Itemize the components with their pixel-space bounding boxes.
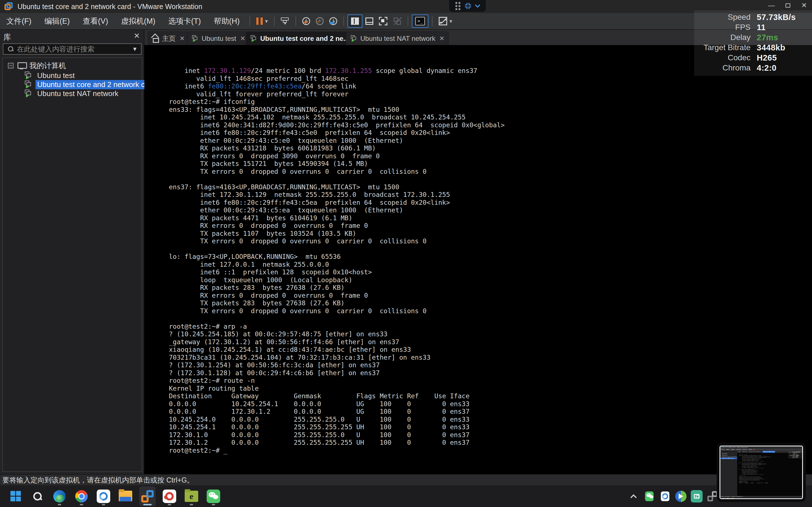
blue-swirl-icon	[661, 491, 669, 501]
chrome-icon	[75, 490, 88, 503]
stat-label-fps: FPS	[694, 23, 751, 32]
status-message: 要将输入定向到该虚拟机，请在虚拟机内部单击或按 Ctrl+G。	[2, 475, 194, 485]
toolbar-separator	[250, 16, 250, 26]
pip-pause-icon	[754, 449, 755, 450]
library-search-input[interactable]: 在此处键入内容进行搜索 ▼	[3, 43, 142, 55]
tab-label: 主页	[162, 34, 175, 43]
taskbar-file-explorer[interactable]	[117, 487, 134, 506]
tree-expander-icon[interactable]: −	[8, 63, 13, 68]
library-panes-icon	[351, 17, 359, 25]
pip-preview-window[interactable]: Ubuntu test NAT network - VMware Worksta…	[717, 443, 806, 502]
vm-tree: − 我的计算机 Ubuntu test Ubuntu test core and…	[2, 57, 142, 472]
stream-stats-overlay: Speed57.73kB/s FPS11 Delay27ms Target Bi…	[694, 10, 812, 76]
pause-vm-button[interactable]: ▾	[253, 14, 271, 28]
take-snapshot-button[interactable]	[299, 14, 313, 28]
vm-console-screen[interactable]: inet 172.30.1.129/24 metric 100 brd 172.…	[144, 45, 812, 474]
menu-tabs[interactable]: 选项卡(T)	[162, 13, 207, 29]
toolbar-separator	[408, 16, 408, 26]
chevron-up-icon	[630, 494, 637, 501]
search-dropdown-icon[interactable]: ▼	[132, 46, 138, 52]
tray-expand-button[interactable]	[627, 490, 640, 502]
minimize-button[interactable]: —	[765, 1, 777, 10]
tray-wechat[interactable]	[644, 490, 655, 502]
taskbar-green-folder-app[interactable]: e	[183, 487, 200, 506]
window-title: Ubuntu test core and 2 network card - VM…	[17, 3, 202, 11]
close-button[interactable]: ✕	[798, 1, 810, 10]
taskbar-chrome[interactable]	[73, 487, 90, 506]
taskbar-red-shell-app[interactable]	[161, 487, 177, 506]
ctrl-alt-del-icon	[281, 17, 289, 25]
vm-icon	[25, 90, 33, 98]
pip-stats-overlay: Speed57.73kB/s FPS11 Delay27ms Target Bi…	[788, 451, 802, 459]
chevron-down-icon[interactable]	[475, 2, 480, 8]
send-ctrl-alt-del-button[interactable]	[278, 14, 292, 28]
tab-ubuntu-test[interactable]: Ubuntu test ✕	[187, 32, 250, 45]
show-thumbnail-bar-toggle[interactable]	[363, 14, 376, 28]
menu-help[interactable]: 帮助(H)	[207, 13, 246, 29]
computer-icon	[17, 62, 26, 69]
toolbar-separator	[296, 16, 296, 26]
manage-snapshots-button[interactable]	[326, 14, 340, 28]
menu-file[interactable]: 文件(F)	[0, 13, 38, 29]
start-button[interactable]	[7, 487, 24, 506]
toolbar-separator	[343, 16, 344, 26]
console-view-toggle[interactable]: >_	[412, 14, 428, 28]
drag-handle-icon[interactable]	[455, 2, 460, 10]
stat-label-bitrate: Target Bitrate	[694, 43, 751, 52]
tab-ubuntu-test-nat[interactable]: Ubuntu test NAT network ✕	[346, 32, 449, 45]
sidebar-item-ubuntu-test-core-2nic[interactable]: Ubuntu test core and 2 network card	[3, 80, 142, 89]
vmware-tray-icon	[707, 491, 718, 501]
tray-download-manager[interactable]	[675, 490, 687, 502]
menu-view[interactable]: 查看(V)	[76, 13, 114, 29]
library-title: 库	[3, 32, 11, 42]
tray-capture-app[interactable]	[691, 490, 703, 502]
taskbar-wechat[interactable]	[205, 487, 221, 506]
vm-icon	[25, 71, 33, 79]
unity-mode-button[interactable]	[390, 14, 404, 28]
red-shell-icon	[163, 490, 176, 503]
stat-label-delay: Delay	[694, 33, 751, 42]
download-manager-icon	[675, 491, 687, 502]
menu-edit[interactable]: 编辑(E)	[38, 13, 76, 29]
tab-close-icon[interactable]: ✕	[240, 35, 245, 42]
maximize-button[interactable]	[781, 1, 794, 10]
taskbar-vmware-active[interactable]	[139, 487, 156, 506]
tab-close-icon[interactable]: ✕	[439, 35, 444, 42]
fit-guest-button[interactable]: ▾	[436, 14, 455, 28]
sidebar-item-ubuntu-test-nat[interactable]: Ubuntu test NAT network	[3, 89, 142, 98]
tab-close-icon[interactable]: ✕	[180, 35, 185, 42]
wechat-icon	[645, 491, 654, 501]
terminal-output[interactable]: inet 172.30.1.129/24 metric 100 brd 172.…	[169, 67, 505, 454]
remote-control-pill[interactable]	[449, 0, 486, 12]
vm-label: Ubuntu test NAT network	[36, 89, 120, 98]
window-titlebar[interactable]: Ubuntu test core and 2 network card - VM…	[0, 0, 812, 13]
library-close-icon[interactable]: ✕	[134, 32, 140, 40]
taskbar-search-button[interactable]	[29, 487, 46, 506]
taskbar-browser-360[interactable]	[95, 487, 112, 506]
vmware-logo-icon	[4, 2, 13, 11]
stat-value-bitrate: 3448kb	[757, 43, 785, 52]
taskbar-edge[interactable]	[51, 487, 68, 506]
tab-home[interactable]: 主页 ✕	[148, 32, 189, 45]
fullscreen-button[interactable]	[376, 14, 390, 28]
snapshot-icon	[302, 17, 310, 25]
sidebar-item-ubuntu-test[interactable]: Ubuntu test	[3, 71, 142, 80]
tab-ubuntu-test-core-2nic[interactable]: Ubuntu test core and 2 ne... ✕	[246, 32, 362, 45]
home-icon	[152, 35, 159, 42]
thumbnail-bar-icon	[365, 17, 373, 25]
menu-vm[interactable]: 虚拟机(M)	[114, 13, 161, 29]
show-library-toggle[interactable]	[347, 14, 363, 28]
stat-label-speed: Speed	[694, 13, 751, 22]
capture-app-icon	[691, 490, 703, 503]
tab-label: Ubuntu test	[202, 35, 236, 43]
windows-start-icon	[10, 491, 21, 501]
revert-snapshot-button[interactable]	[313, 14, 326, 28]
stat-value-fps: 11	[757, 23, 766, 32]
tray-browser-360[interactable]	[659, 490, 671, 502]
tree-node-my-computer[interactable]: − 我的计算机	[3, 61, 142, 70]
vm-icon	[251, 35, 258, 42]
collapse-arrows-icon[interactable]	[465, 3, 471, 9]
search-placeholder: 在此处键入内容进行搜索	[17, 45, 132, 54]
stat-value-speed: 57.73kB/s	[757, 13, 796, 22]
vm-icon	[192, 35, 199, 42]
